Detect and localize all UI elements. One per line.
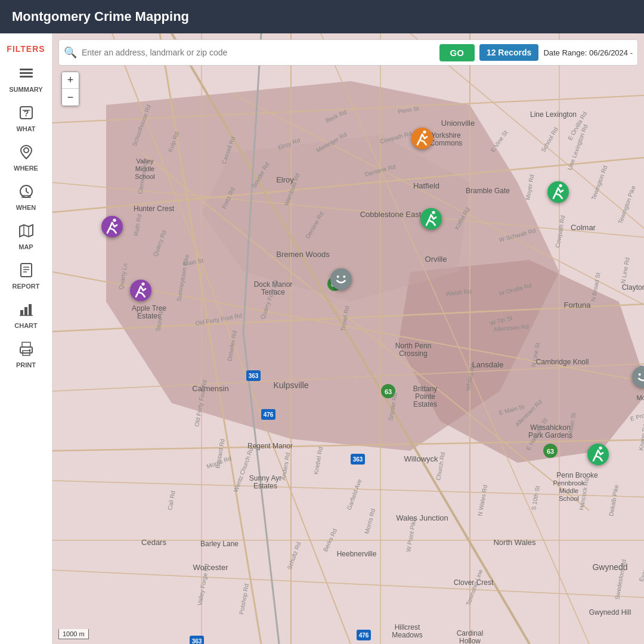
sidebar-item-when[interactable]: WHEN	[0, 178, 52, 217]
report-icon	[18, 262, 34, 281]
svg-text:North Penn: North Penn	[395, 342, 432, 350]
svg-point-213	[343, 275, 345, 278]
sidebar-item-chart[interactable]: CHART	[0, 296, 52, 335]
sidebar-item-summary[interactable]: SUMMARY	[0, 60, 52, 99]
scale-label: 1000 m	[63, 630, 85, 637]
svg-text:Hillcrest: Hillcrest	[395, 623, 420, 631]
map-pin-pin4[interactable]	[101, 216, 123, 237]
zoom-in-button[interactable]: +	[62, 72, 79, 89]
sidebar-report-label: REPORT	[13, 283, 40, 290]
svg-point-210	[113, 219, 116, 222]
svg-text:School: School	[559, 495, 579, 502]
sidebar-item-map[interactable]: MAP	[0, 217, 52, 256]
svg-text:Bremen Woods: Bremen Woods	[276, 250, 330, 259]
svg-text:Colmar: Colmar	[571, 223, 596, 232]
svg-text:Middle: Middle	[559, 487, 578, 494]
map-pin-pin1[interactable]	[411, 128, 433, 149]
svg-rect-0	[20, 69, 33, 70]
sidebar-print-label: PRINT	[16, 361, 36, 369]
map-pin-pin7[interactable]	[587, 444, 609, 465]
zoom-out-button[interactable]: −	[62, 89, 79, 106]
svg-point-6	[24, 148, 29, 153]
layers-icon	[18, 66, 34, 85]
svg-text:Hatfield: Hatfield	[413, 181, 439, 190]
map-background: 63 63 63 476 363 363 363 476 202 Yorkshi…	[52, 33, 644, 644]
svg-rect-18	[20, 310, 23, 315]
svg-line-9	[26, 191, 29, 193]
map-pin-pin6[interactable]	[330, 268, 352, 290]
svg-text:Cardinal: Cardinal	[457, 629, 484, 637]
svg-rect-1	[20, 72, 33, 74]
svg-text:363: 363	[353, 456, 363, 463]
sidebar-summary-label: SUMMARY	[9, 86, 42, 93]
sidebar-chart-label: CHART	[14, 322, 38, 329]
svg-text:Unionville: Unionville	[441, 119, 475, 128]
search-bar: 🔍 GO 12 Records Date Range: 06/26/2024 -	[58, 39, 638, 66]
question-icon: ?	[18, 105, 34, 124]
sidebar-item-print[interactable]: PRINT	[0, 335, 52, 374]
app-header: Montgomery Crime Mapping	[0, 0, 644, 33]
svg-text:Brittany: Brittany	[413, 385, 438, 393]
svg-rect-14	[21, 264, 32, 277]
svg-text:Sunny Ayr: Sunny Ayr	[249, 474, 281, 482]
sidebar-map-label: MAP	[18, 243, 33, 250]
map-pin-pin8[interactable]	[632, 366, 644, 388]
sidebar-item-where[interactable]: WHERE	[0, 138, 52, 178]
sidebar-where-label: WHERE	[14, 165, 38, 172]
search-input[interactable]	[82, 48, 435, 57]
svg-text:Hollow: Hollow	[459, 637, 481, 644]
svg-text:Bramble Gate: Bramble Gate	[466, 187, 510, 195]
svg-point-208	[432, 211, 435, 214]
svg-text:Crossing: Crossing	[399, 349, 427, 358]
svg-point-211	[141, 283, 144, 286]
zoom-controls: + −	[61, 72, 79, 106]
svg-text:Lansdale: Lansdale	[472, 360, 504, 369]
svg-text:Worcester: Worcester	[193, 563, 229, 572]
records-button[interactable]: 12 Records	[479, 44, 538, 61]
svg-text:Calmensin: Calmensin	[192, 384, 228, 393]
svg-point-207	[423, 131, 426, 134]
svg-text:Clayton Hill 2: Clayton Hill 2	[622, 283, 644, 292]
svg-point-25	[29, 349, 30, 351]
svg-text:Pointe: Pointe	[415, 392, 435, 401]
date-range: Date Range: 06/26/2024 -	[543, 48, 633, 57]
svg-text:Pennbrook: Pennbrook	[553, 479, 585, 487]
sidebar-item-what[interactable]: ? WHAT	[0, 99, 52, 138]
svg-rect-20	[29, 304, 32, 315]
svg-point-214	[599, 447, 602, 450]
print-icon	[18, 341, 34, 360]
svg-text:476: 476	[264, 411, 274, 418]
svg-point-209	[559, 184, 562, 187]
svg-text:Gwynedd Hill: Gwynedd Hill	[589, 608, 631, 617]
filters-button[interactable]: FILTERS	[0, 39, 52, 60]
svg-text:Estates: Estates	[413, 400, 437, 408]
svg-text:476: 476	[359, 632, 369, 639]
app-title: Montgomery Crime Mapping	[12, 9, 189, 24]
map-scale: 1000 m	[58, 629, 89, 639]
sidebar: FILTERS SUMMARY ? WHAT	[0, 33, 52, 644]
map-icon	[18, 223, 34, 242]
svg-text:Cobblestone East: Cobblestone East	[360, 210, 422, 219]
svg-text:Cambridge Knoll: Cambridge Knoll	[536, 358, 589, 366]
svg-text:Penn Brooke: Penn Brooke	[556, 471, 598, 479]
svg-text:Fortuna: Fortuna	[564, 301, 592, 309]
svg-text:363: 363	[192, 638, 202, 644]
map-pin-pin3[interactable]	[547, 181, 569, 203]
svg-text:Kulpsville: Kulpsville	[273, 380, 308, 390]
go-button[interactable]: GO	[439, 44, 475, 61]
main-layout: FILTERS SUMMARY ? WHAT	[0, 33, 644, 644]
sidebar-item-report[interactable]: REPORT	[0, 256, 52, 296]
svg-text:Hunter Crest: Hunter Crest	[134, 205, 175, 213]
svg-text:363: 363	[249, 373, 259, 379]
location-icon	[18, 144, 34, 163]
svg-text:Wales Junction: Wales Junction	[396, 513, 448, 522]
svg-point-215	[639, 373, 641, 376]
svg-text:Estates: Estates	[253, 482, 277, 490]
svg-text:Orville: Orville	[425, 255, 447, 264]
map-container[interactable]: 63 63 63 476 363 363 363 476 202 Yorkshi…	[52, 33, 644, 644]
svg-text:Commons: Commons	[430, 139, 463, 147]
map-pin-pin2[interactable]	[420, 208, 442, 230]
map-pin-pin5[interactable]	[130, 280, 151, 301]
svg-rect-2	[20, 76, 33, 78]
svg-text:Barley Lane: Barley Lane	[200, 540, 239, 548]
